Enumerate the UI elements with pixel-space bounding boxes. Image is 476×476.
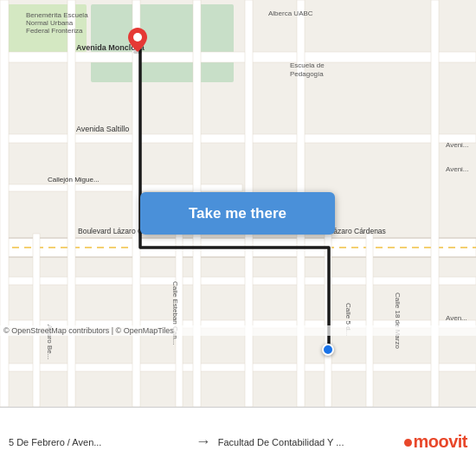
svg-point-43: [133, 33, 142, 42]
svg-rect-21: [431, 0, 439, 407]
moovit-logo: moovit: [404, 432, 467, 452]
take-me-there-button[interactable]: Take me there: [140, 192, 335, 235]
moovit-brand-text: moovit: [404, 432, 467, 452]
svg-rect-9: [0, 184, 242, 191]
map-container: Benemérita Escuela Normal Urbana Federal…: [0, 0, 476, 407]
bottom-bar: 5 De Febrero / Aven... → Facultad De Con…: [0, 407, 476, 476]
destination-marker: [128, 28, 147, 57]
arrow-icon: →: [196, 433, 211, 451]
svg-text:Benemérita Escuela: Benemérita Escuela: [26, 11, 88, 19]
svg-text:Normal Urbana: Normal Urbana: [26, 19, 74, 27]
svg-text:Callejón Migue...: Callejón Migue...: [48, 176, 100, 183]
svg-text:Aveni...: Aveni...: [446, 141, 469, 149]
svg-text:Alberca UABC: Alberca UABC: [268, 10, 313, 17]
to-location: Facultad De Contabilidad Y ...: [218, 437, 398, 447]
svg-rect-13: [0, 0, 9, 407]
origin-marker: [322, 344, 334, 356]
svg-text:Aveni...: Aveni...: [446, 165, 469, 173]
svg-text:Avenida Saltillo: Avenida Saltillo: [76, 125, 129, 133]
map-attribution: © OpenStreetMap contributors | © OpenMap…: [0, 325, 476, 336]
svg-rect-20: [366, 234, 373, 407]
svg-text:Escuela de: Escuela de: [290, 61, 325, 69]
svg-text:Federal Fronteriza: Federal Fronteriza: [26, 27, 83, 35]
svg-rect-14: [68, 0, 75, 407]
svg-text:Calle 18 de Marzo: Calle 18 de Marzo: [394, 293, 402, 349]
svg-rect-23: [33, 234, 40, 407]
svg-text:Aven...: Aven...: [446, 314, 467, 322]
moovit-dot-icon: [404, 439, 412, 447]
svg-text:Pedagogía: Pedagogía: [290, 70, 324, 78]
from-location: 5 De Febrero / Aven...: [9, 437, 189, 447]
